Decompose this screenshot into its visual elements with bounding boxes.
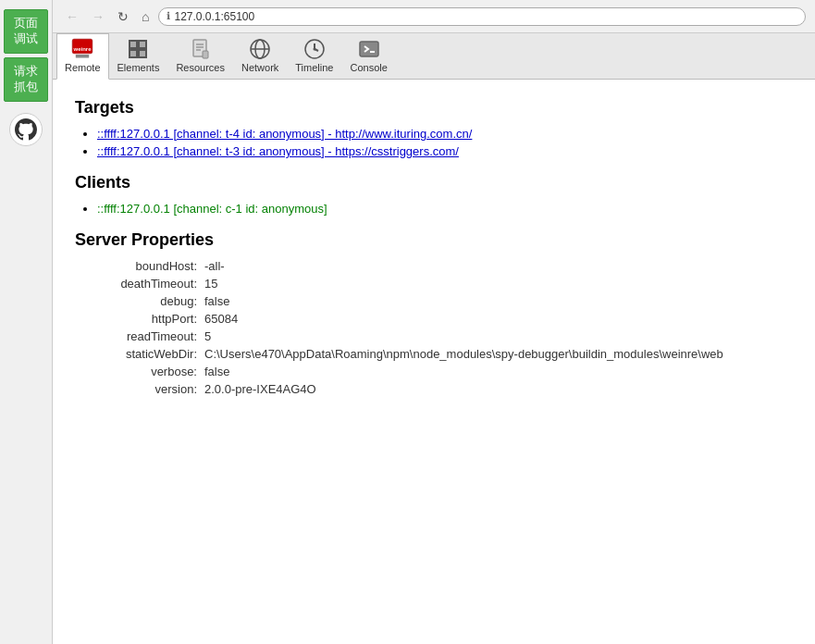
page-debug-button[interactable]: 页面 调试 [4,9,48,54]
svg-text:weinre: weinre [73,46,93,52]
server-prop-value: false [204,294,793,308]
reload-button[interactable]: ↻ [114,7,132,26]
toolbar: weinre Remote Elements [53,33,815,80]
resources-icon [190,38,212,60]
clients-list: ::ffff:127.0.0.1 [channel: c-1 id: anony… [75,202,793,216]
server-properties-table: boundHost:-all-deathTimeout:15debug:fals… [75,259,793,396]
tab-resources-label: Resources [176,62,225,73]
back-button[interactable]: ← [62,7,82,26]
url-text: 127.0.0.1:65100 [174,10,254,23]
network-icon [249,38,271,60]
server-prop-key: version: [75,382,204,396]
server-prop-value: 2.0.0-pre-IXE4AG4O [204,382,793,396]
tab-resources[interactable]: Resources [167,33,233,79]
tab-elements[interactable]: Elements [109,33,168,79]
targets-list: ::ffff:127.0.0.1 [channel: t-4 id: anony… [75,127,793,158]
tab-remote-label: Remote [65,62,101,73]
tab-console-label: Console [350,62,387,73]
target-link-2[interactable]: ::ffff:127.0.0.1 [channel: t-3 id: anony… [97,144,459,158]
server-prop-value: false [204,365,793,378]
server-prop-key: staticWebDir: [75,347,204,361]
server-prop-key: boundHost: [75,259,204,273]
tab-timeline-label: Timeline [295,62,333,73]
github-icon [15,118,37,141]
console-icon [358,38,380,60]
server-prop-value: 65084 [204,312,793,326]
targets-heading: Targets [75,98,793,118]
request-capture-button[interactable]: 请求 抓包 [4,57,48,102]
server-prop-key: httpPort: [75,312,204,326]
browser-chrome: ← → ↻ ⌂ ℹ 127.0.0.1:65100 [53,0,815,33]
server-prop-value: 15 [204,277,793,291]
elements-icon [127,38,149,60]
server-prop-value: 5 [204,329,793,343]
svg-rect-2 [76,55,89,58]
tab-elements-label: Elements [117,62,160,73]
svg-rect-6 [139,50,146,57]
list-item: ::ffff:127.0.0.1 [channel: t-4 id: anony… [97,127,793,141]
remote-icon: weinre [71,38,93,60]
tab-remote[interactable]: weinre Remote [56,33,109,80]
server-properties-heading: Server Properties [75,230,793,250]
clients-heading: Clients [75,173,793,192]
server-prop-value: C:\Users\e470\AppData\Roaming\npm\node_m… [204,347,793,361]
server-prop-key: verbose: [75,365,204,378]
address-bar[interactable]: ℹ 127.0.0.1:65100 [158,7,806,26]
sidebar: 页面 调试 请求 抓包 [0,0,53,644]
security-icon: ℹ [167,10,170,22]
server-prop-key: readTimeout: [75,329,204,343]
tab-console[interactable]: Console [341,33,395,79]
timeline-icon [303,38,326,60]
server-prop-key: debug: [75,294,204,308]
server-prop-value: -all- [204,259,793,273]
client-text-1: ::ffff:127.0.0.1 [channel: c-1 id: anony… [97,202,327,216]
list-item: ::ffff:127.0.0.1 [channel: t-3 id: anony… [97,144,793,158]
svg-rect-4 [139,41,146,48]
github-button[interactable] [9,113,43,146]
main-area: ← → ↻ ⌂ ℹ 127.0.0.1:65100 weinre Remote [53,0,815,644]
target-link-1[interactable]: ::ffff:127.0.0.1 [channel: t-4 id: anony… [97,127,472,141]
svg-rect-5 [130,50,137,57]
home-button[interactable]: ⌂ [138,7,153,26]
page-content: Targets ::ffff:127.0.0.1 [channel: t-4 i… [53,80,815,644]
server-prop-key: deathTimeout: [75,277,204,291]
list-item: ::ffff:127.0.0.1 [channel: c-1 id: anony… [97,202,793,216]
svg-point-18 [313,48,315,51]
tab-network-label: Network [241,62,278,73]
tab-network[interactable]: Network [233,33,287,79]
forward-button[interactable]: → [88,7,108,26]
svg-rect-11 [203,51,208,58]
tab-timeline[interactable]: Timeline [287,33,341,79]
svg-rect-3 [130,41,137,48]
